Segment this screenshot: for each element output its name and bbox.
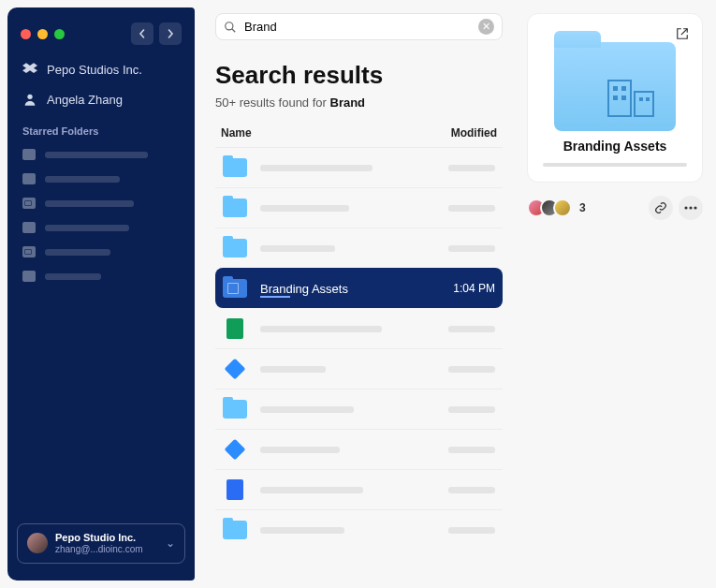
svg-rect-9 xyxy=(639,97,643,101)
folder-label-placeholder xyxy=(45,225,129,231)
folder-label-placeholder xyxy=(45,200,134,207)
result-row[interactable] xyxy=(215,348,503,389)
folder-icon xyxy=(22,222,36,233)
main-content: ✕ Search results 50+ results found for B… xyxy=(198,0,519,588)
result-row[interactable] xyxy=(215,308,503,348)
copy-link-button[interactable] xyxy=(649,196,673,220)
row-modified-placeholder xyxy=(448,406,495,413)
dropbox-file-icon xyxy=(223,439,247,460)
result-row[interactable] xyxy=(215,469,503,509)
folder-icon xyxy=(223,238,247,258)
table-header: Name Modified xyxy=(215,126,503,147)
workspace-name: Pepo Studios Inc. xyxy=(47,63,142,77)
folder-label-placeholder xyxy=(45,176,120,183)
maximize-window-icon[interactable] xyxy=(54,29,65,39)
svg-rect-4 xyxy=(635,92,653,116)
user-name: Angela Zhang xyxy=(47,93,123,107)
row-modified-placeholder xyxy=(448,447,495,453)
row-name-placeholder xyxy=(260,406,354,413)
search-input[interactable] xyxy=(244,20,471,34)
window-controls xyxy=(7,19,195,54)
row-name-placeholder xyxy=(260,165,373,171)
result-row[interactable] xyxy=(215,429,503,469)
svg-line-2 xyxy=(232,28,236,32)
user-row[interactable]: Angela Zhang xyxy=(7,84,195,114)
folder-label-placeholder xyxy=(45,273,101,280)
nav-forward-button[interactable] xyxy=(159,22,182,45)
starred-folder-item[interactable] xyxy=(7,167,195,191)
result-row[interactable] xyxy=(215,389,503,429)
folder-icon xyxy=(223,278,247,299)
result-list: Branding Assets 1:04 PM xyxy=(215,147,503,550)
document-icon xyxy=(223,479,247,500)
starred-folder-item[interactable] xyxy=(7,142,195,167)
avatar-stack[interactable] xyxy=(527,198,572,217)
row-modified-placeholder xyxy=(448,366,495,373)
sidebar: Pepo Studios Inc. Angela Zhang Starred F… xyxy=(7,7,195,581)
result-row-selected[interactable]: Branding Assets 1:04 PM xyxy=(215,268,503,308)
row-modified-placeholder xyxy=(448,205,495,212)
starred-folder-item[interactable] xyxy=(7,215,195,240)
dropbox-file-icon xyxy=(223,359,247,379)
folder-icon xyxy=(223,399,247,419)
account-email: zhang@...dioinc.com xyxy=(55,544,143,555)
row-name-placeholder xyxy=(260,205,349,212)
search-bar[interactable]: ✕ xyxy=(215,13,503,40)
row-modified-placeholder xyxy=(448,527,495,534)
starred-heading: Starred Folders xyxy=(7,114,195,142)
row-modified-placeholder xyxy=(448,326,495,332)
folder-icon xyxy=(22,149,36,160)
minimize-window-icon[interactable] xyxy=(37,29,48,39)
col-name: Name xyxy=(221,126,252,140)
preview-meta: 3 xyxy=(527,196,703,220)
result-row[interactable] xyxy=(215,187,503,228)
row-name-placeholder xyxy=(260,447,340,453)
col-modified: Modified xyxy=(451,126,497,140)
workspace-row[interactable]: Pepo Studios Inc. xyxy=(7,54,195,84)
row-modified: 1:04 PM xyxy=(453,282,495,295)
row-modified-placeholder xyxy=(448,165,495,171)
svg-rect-3 xyxy=(608,81,631,116)
nav-back-button[interactable] xyxy=(131,22,153,45)
svg-rect-8 xyxy=(621,96,626,100)
avatar xyxy=(27,533,48,553)
result-row[interactable] xyxy=(215,147,503,187)
dropbox-icon xyxy=(22,62,37,77)
close-window-icon[interactable] xyxy=(21,29,31,39)
team-folder-icon xyxy=(22,198,36,209)
preview-card: Branding Assets xyxy=(527,13,703,183)
row-name-placeholder xyxy=(260,326,382,332)
search-icon xyxy=(224,21,237,34)
share-count: 3 xyxy=(579,201,586,214)
avatar xyxy=(553,198,572,217)
folder-icon xyxy=(22,271,36,282)
svg-rect-5 xyxy=(613,86,618,91)
more-options-button[interactable] xyxy=(679,196,703,220)
row-name: Branding Assets xyxy=(260,282,348,296)
starred-folder-item[interactable] xyxy=(7,240,195,264)
results-title: Search results xyxy=(215,61,503,90)
preview-title: Branding Assets xyxy=(539,139,691,154)
svg-rect-6 xyxy=(621,86,626,91)
result-row[interactable] xyxy=(215,509,503,550)
row-name-placeholder xyxy=(260,487,363,493)
svg-rect-7 xyxy=(613,96,618,100)
result-row[interactable] xyxy=(215,228,503,268)
svg-rect-10 xyxy=(646,97,650,101)
folder-label-placeholder xyxy=(45,152,148,158)
svg-point-11 xyxy=(684,206,687,209)
preview-progress-bar xyxy=(543,163,687,167)
folder-preview-icon xyxy=(554,42,676,131)
starred-folder-item[interactable] xyxy=(7,191,195,215)
folder-icon xyxy=(223,520,247,540)
svg-point-12 xyxy=(689,206,692,209)
open-external-button[interactable] xyxy=(672,23,693,44)
svg-point-0 xyxy=(27,95,32,99)
svg-point-13 xyxy=(694,206,696,209)
results-subtitle: 50+ results found for Brand xyxy=(215,96,503,110)
folder-icon xyxy=(223,157,247,178)
account-switcher[interactable]: Pepo Studio Inc. zhang@...dioinc.com ⌄ xyxy=(17,523,185,564)
team-folder-icon xyxy=(22,246,36,257)
starred-folder-item[interactable] xyxy=(7,264,195,288)
clear-search-button[interactable]: ✕ xyxy=(478,19,494,35)
